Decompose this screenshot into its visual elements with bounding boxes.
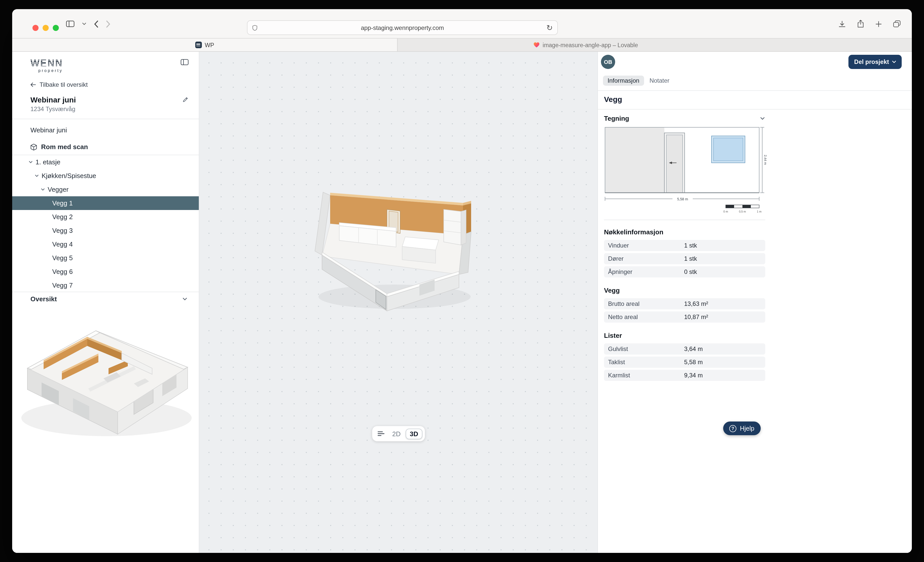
- url-text: app-staging.wennproperty.com: [361, 24, 444, 31]
- chevron-down-icon: [182, 296, 188, 302]
- share-icon[interactable]: [857, 20, 864, 28]
- height-dimension-label: 2,44 m: [764, 155, 767, 165]
- wall-item-vegg-6[interactable]: Vegg 6: [12, 265, 199, 278]
- tree-item-kjokken-spisestue[interactable]: Kjøkken/Spisestue: [12, 169, 199, 183]
- tree-item-etasje[interactable]: 1. etasje: [12, 155, 199, 169]
- address-bar[interactable]: app-staging.wennproperty.com ↻: [247, 20, 558, 35]
- left-sidebar: wenn property Tilbake til oversikt Webin…: [12, 52, 199, 553]
- chevron-down-icon: [760, 116, 765, 121]
- view-mode-toolbar: 2D 3D: [372, 426, 425, 441]
- section-tegning[interactable]: Tegning: [604, 115, 765, 122]
- wall-item-vegg-4[interactable]: Vegg 4: [12, 237, 199, 251]
- back-to-overview-link[interactable]: Tilbake til oversikt: [30, 81, 199, 88]
- wall-item-vegg-5[interactable]: Vegg 5: [12, 251, 199, 265]
- floorplan-overview-thumbnail[interactable]: [12, 307, 199, 451]
- page-title: Vegg: [604, 95, 622, 104]
- project-title: Webinar juni: [30, 95, 76, 104]
- section-heading: Lister: [604, 332, 765, 339]
- wp-favicon-icon: [195, 42, 202, 48]
- chevron-down-icon[interactable]: [82, 22, 86, 26]
- section-heading: Nøkkelinformasjon: [604, 228, 765, 236]
- nav-item-webinar-juni[interactable]: Webinar juni: [30, 126, 199, 134]
- stat-row: Netto areal10,87 m²: [604, 311, 765, 323]
- browser-tab-lovable[interactable]: image-measure-angle-app – Lovable: [398, 39, 912, 51]
- toolbar-nav-group: [66, 9, 111, 39]
- stat-row: Brutto areal13,63 m²: [604, 298, 765, 310]
- minimize-window-button[interactable]: [43, 25, 49, 31]
- wenn-logo: wenn property: [30, 59, 63, 73]
- room-3d-model[interactable]: [311, 191, 478, 313]
- stat-row: Taklist5,58 m: [604, 356, 765, 368]
- section-heading: Vegg: [604, 287, 765, 294]
- wall-item-vegg-2[interactable]: Vegg 2: [12, 210, 199, 224]
- browser-tab-bar: WP image-measure-angle-app – Lovable: [12, 39, 912, 52]
- tab-informasjon[interactable]: Informasjon: [603, 75, 644, 86]
- panel-tabs: Informasjon Notater: [603, 75, 674, 86]
- scan-tree: 1. etasje Kjøkken/Spisestue Vegger Vegg …: [12, 155, 199, 292]
- stat-row: Vinduer1 stk: [604, 240, 765, 251]
- tree-item-vegger[interactable]: Vegger: [12, 183, 199, 196]
- mode-3d-button[interactable]: 3D: [406, 428, 422, 439]
- lovable-heart-icon: [534, 42, 540, 48]
- details-panel: OB Del prosjekt Informasjon Notater Vegg…: [597, 52, 912, 553]
- wall-item-vegg-7[interactable]: Vegg 7: [12, 278, 199, 292]
- scale-label-0: 0 m: [723, 210, 728, 213]
- tab-overview-icon[interactable]: [893, 20, 901, 27]
- stat-row: Åpninger0 stk: [604, 266, 765, 278]
- section-oversikt[interactable]: Oversikt: [12, 292, 199, 305]
- edit-icon[interactable]: [182, 96, 189, 103]
- scale-label-1: 1 m: [757, 210, 762, 213]
- window-controls: [33, 25, 59, 31]
- wall-item-vegg-3[interactable]: Vegg 3: [12, 224, 199, 237]
- chevron-down-icon: [40, 187, 45, 192]
- new-tab-icon[interactable]: [875, 21, 882, 27]
- scale-label-05: 0,5 m: [739, 210, 746, 213]
- wall-list: Vegg 1 Vegg 2 Vegg 3 Vegg 4 Vegg 5 Vegg …: [12, 196, 199, 292]
- avatar[interactable]: OB: [601, 55, 615, 69]
- stat-row: Karmlist9,34 m: [604, 370, 765, 381]
- chevron-down-icon: [28, 160, 33, 164]
- project-address: 1234 Tysværvåg: [30, 105, 189, 113]
- layers-icon[interactable]: [375, 431, 387, 437]
- close-window-button[interactable]: [33, 25, 39, 31]
- wall-elevation-drawing: 5,58 m 2,44 m 0 m 0,5 m 1 m: [604, 126, 765, 213]
- arrow-left-icon: [30, 82, 36, 87]
- stat-row: Gulvlist3,64 m: [604, 343, 765, 355]
- divider: [12, 119, 199, 119]
- section-rom-med-scan[interactable]: Rom med scan: [30, 143, 199, 151]
- fullscreen-window-button[interactable]: [53, 25, 59, 31]
- mode-2d-button[interactable]: 2D: [389, 430, 404, 437]
- browser-window: app-staging.wennproperty.com ↻ WP: [12, 9, 912, 553]
- cube-icon: [30, 143, 37, 150]
- wall-item-vegg-1[interactable]: Vegg 1: [12, 196, 199, 210]
- desktop-background: app-staging.wennproperty.com ↻ WP: [0, 0, 924, 562]
- reload-icon[interactable]: ↻: [546, 23, 553, 33]
- browser-toolbar: app-staging.wennproperty.com ↻: [12, 9, 912, 39]
- app-root: wenn property Tilbake til oversikt Webin…: [12, 52, 912, 553]
- question-icon: ?: [729, 425, 736, 432]
- divider: [604, 219, 765, 220]
- tab-label: image-measure-angle-app – Lovable: [543, 42, 638, 48]
- 3d-viewport[interactable]: 2D 3D: [199, 52, 597, 553]
- project-header: Webinar juni 1234 Tysværvåg: [30, 95, 189, 113]
- back-icon[interactable]: [94, 20, 98, 28]
- downloads-icon[interactable]: [838, 20, 846, 28]
- collapse-sidebar-icon[interactable]: [180, 59, 189, 65]
- chevron-down-icon: [892, 60, 896, 63]
- width-dimension-label: 5,58 m: [677, 197, 688, 201]
- panel-content: Tegning: [604, 109, 765, 381]
- shield-icon: [252, 25, 258, 31]
- forward-icon[interactable]: [106, 20, 111, 28]
- toolbar-actions-group: [838, 9, 901, 39]
- share-project-button[interactable]: Del prosjekt: [849, 55, 902, 69]
- divider: [598, 90, 912, 91]
- stat-row: Dører1 stk: [604, 253, 765, 264]
- tab-label: WP: [205, 42, 214, 48]
- tab-notater[interactable]: Notater: [645, 75, 674, 86]
- help-button[interactable]: ? Hjelp: [723, 422, 760, 435]
- browser-sidebar-icon[interactable]: [66, 20, 75, 27]
- chevron-down-icon: [34, 173, 39, 178]
